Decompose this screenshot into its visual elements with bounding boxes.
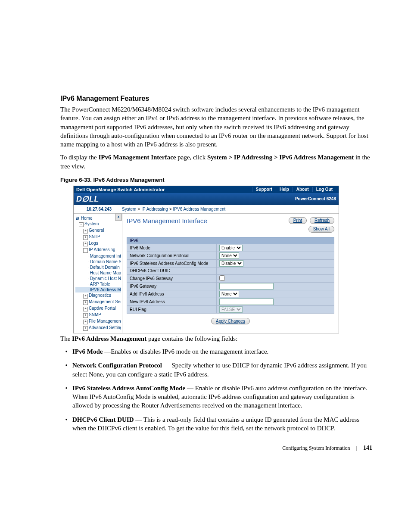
window-title-bar: Dell OpenManage Switch Administrator Sup… — [74, 186, 339, 193]
page-footer: Configuring System Information | 141 — [60, 445, 372, 451]
text-bold: IPv6 Address Management — [72, 335, 146, 342]
scroll-up-button[interactable]: ▴ — [115, 214, 122, 221]
post-figure-text: The IPv6 Address Management page contain… — [60, 334, 372, 343]
field-name: DHCPv6 Client DUID — [72, 416, 134, 423]
dell-logo: D∅LL — [76, 194, 99, 204]
plus-icon[interactable]: + — [83, 313, 88, 318]
text: page, click — [176, 154, 207, 161]
crumb-ipaddr[interactable]: IP Addressing — [141, 207, 168, 212]
about-link[interactable]: About — [293, 187, 312, 192]
tree-filemgmt[interactable]: +File Management — [75, 318, 121, 325]
input-gw[interactable] — [219, 283, 274, 289]
label-addaddr: Add IPv6 Address — [127, 290, 217, 298]
tree-label: General — [89, 228, 104, 233]
text: The — [60, 335, 72, 342]
minus-icon[interactable]: − — [83, 248, 88, 253]
support-link[interactable]: Support — [252, 187, 276, 192]
tree-label: Domain Name Se — [90, 259, 121, 264]
minus-icon[interactable]: − — [79, 222, 84, 227]
select-addaddr[interactable]: None — [219, 291, 239, 297]
label-eui: EUI Flag — [127, 305, 217, 313]
tree-diagnostics[interactable]: +Diagnostics — [75, 292, 121, 299]
label-stateless: IPv6 Stateless Address AutoConfig Mode — [127, 259, 217, 267]
tree-mgmtsec[interactable]: +Management Secur — [75, 299, 121, 305]
tree-label: Advanced Settings — [89, 325, 121, 330]
label-newaddr: New IPv6 Address — [127, 298, 217, 305]
field-desc: —Enables or disables IPv6 mode on the ma… — [103, 348, 268, 355]
admin-screenshot: Dell OpenManage Switch Administrator Sup… — [73, 186, 339, 333]
select-ipv6mode[interactable]: Enable — [219, 245, 243, 251]
page-number: 141 — [363, 445, 372, 451]
list-item: DHCPv6 Client DUID — This is a read-only… — [72, 415, 372, 433]
list-item: IPv6 Stateless Address AutoConfig Mode —… — [72, 384, 372, 410]
select-netconf[interactable]: None — [219, 252, 239, 259]
showall-button[interactable]: Show All — [308, 226, 334, 233]
plus-icon[interactable]: + — [83, 320, 88, 324]
tree-general[interactable]: +General — [75, 227, 121, 234]
tree-label: System — [84, 221, 99, 226]
print-button[interactable]: Print — [289, 217, 307, 224]
checkbox-chggw[interactable] — [219, 275, 225, 281]
label-duid: DHCPv6 Client DUID — [127, 267, 217, 274]
tree-label: Management Inte — [90, 254, 121, 258]
config-table: IPv6 IPv6 Mode Enable Network Configurat… — [127, 237, 334, 314]
plus-icon[interactable]: + — [83, 229, 88, 233]
content-pane: IPV6 Management Interface Print Refresh … — [122, 214, 339, 333]
app-title: Dell OpenManage Switch Administrator — [76, 187, 165, 192]
tree-label: Dynamic Host Na — [90, 276, 121, 281]
value-duid — [217, 267, 334, 274]
select-stateless[interactable]: Disable — [219, 260, 243, 267]
tree-label: IPV6 Address Ma — [90, 287, 121, 292]
crumb-sep: > — [136, 207, 141, 212]
apply-button[interactable]: Apply Changes — [211, 318, 250, 324]
product-name: PowerConnect 6248 — [295, 196, 336, 201]
crumb-system[interactable]: System — [122, 207, 136, 212]
label-netconf: Network Configuration Protocol — [127, 252, 217, 259]
plus-icon[interactable]: + — [83, 242, 88, 246]
tree-logs[interactable]: +Logs — [75, 240, 121, 247]
plus-icon[interactable]: + — [83, 307, 88, 311]
tree-captive[interactable]: +Captive Portal — [75, 305, 121, 312]
tree-default-domain[interactable]: ·Default Domain N — [75, 264, 121, 270]
tree-label: ARP Table — [90, 282, 110, 286]
input-newaddr[interactable] — [219, 299, 274, 305]
field-name: IPv6 Stateless Address AutoConfig Mode — [72, 385, 185, 392]
tree-advset[interactable]: +Advanced Settings — [75, 325, 121, 331]
tree-home[interactable]: 🖳 Home — [75, 215, 121, 221]
field-list: IPv6 Mode —Enables or disables IPv6 mode… — [72, 347, 372, 432]
tree-label: Management Secur — [89, 299, 121, 304]
tree-label: Default Domain N — [90, 265, 121, 270]
field-name: Network Configuration Protocol — [72, 362, 162, 369]
tree-hostmap[interactable]: ·Host Name Mapp — [75, 270, 121, 276]
refresh-button[interactable]: Refresh — [310, 217, 334, 224]
tree-label: Host Name Mapp — [90, 271, 121, 275]
tree-sntp[interactable]: +SNTP — [75, 234, 121, 240]
logout-link[interactable]: Log Out — [312, 187, 336, 192]
tree-arp[interactable]: ·ARP Table — [75, 281, 121, 287]
text-bold: System > IP Addressing > IPv6 Address Ma… — [207, 154, 354, 161]
tree-ipaddressing[interactable]: −IP Addressing — [75, 247, 121, 253]
tree-label: SNMP — [89, 312, 101, 317]
crumb-sep: > — [168, 207, 173, 212]
label-gw: IPv6 Gateway — [127, 282, 217, 290]
nav-tree[interactable]: ▴ 🖳 Home −System +General +SNTP +Logs −I… — [74, 214, 122, 333]
plus-icon[interactable]: + — [83, 294, 88, 299]
title-links: Support Help About Log Out — [252, 187, 336, 192]
tree-dns[interactable]: ·Domain Name Se — [75, 259, 121, 264]
tree-label: Diagnostics — [89, 293, 111, 298]
field-name: IPv6 Mode — [72, 348, 103, 355]
label-chggw: Change IPv6 Gateway — [127, 274, 217, 282]
tree-snmp[interactable]: +SNMP — [75, 312, 121, 318]
tree-label: File Management — [89, 319, 121, 324]
plus-icon[interactable]: + — [83, 235, 88, 240]
tree-dynhost[interactable]: ·Dynamic Host Na — [75, 276, 121, 281]
select-eui: FALSE — [219, 306, 243, 313]
tree-mgmt-int[interactable]: ·Management Inte — [75, 253, 121, 259]
tree-label: Logs — [89, 241, 98, 246]
tree-ipv6addr[interactable]: ·IPV6 Address Ma — [75, 287, 121, 292]
plus-icon[interactable]: + — [83, 326, 88, 331]
help-link[interactable]: Help — [276, 187, 293, 192]
tree-system[interactable]: −System — [75, 221, 121, 227]
plus-icon[interactable]: + — [83, 300, 88, 305]
tree-label: Home — [81, 216, 93, 221]
